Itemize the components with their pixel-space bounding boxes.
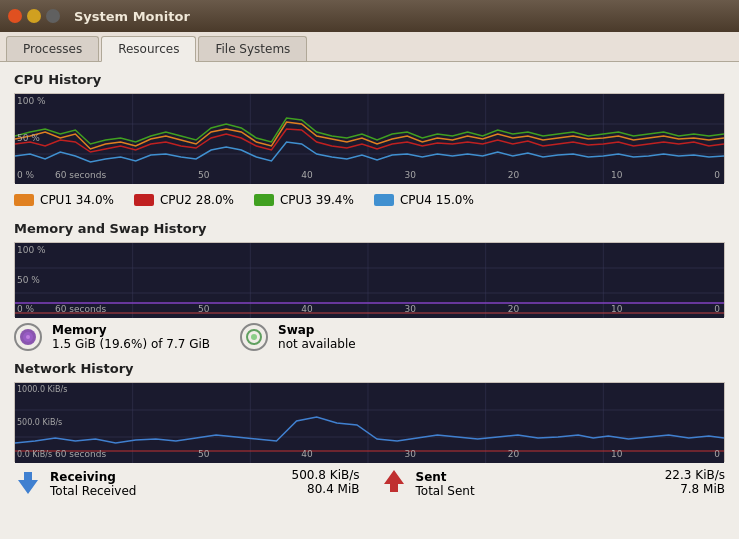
svg-marker-30 (384, 470, 404, 492)
memory-text: Memory 1.5 GiB (19.6%) of 7.7 GiB (52, 323, 210, 351)
total-sent-value: 7.8 MiB (552, 482, 725, 496)
receiving-value: 500.8 KiB/s (187, 468, 360, 482)
cpu-y-100: 100 % (17, 96, 46, 106)
swap-label: Swap (278, 323, 356, 337)
memory-section: Memory and Swap History 100 % 50 % 0 % (14, 221, 725, 351)
memory-icon (14, 323, 42, 351)
network-section: Network History 1000.0 KiB/s 500.0 KiB/s… (14, 361, 725, 500)
memory-title: Memory and Swap History (14, 221, 725, 236)
cpu-chart: 100 % 50 % 0 % 60 seconds 50 40 30 20 10… (14, 93, 725, 183)
network-chart: 1000.0 KiB/s 500.0 KiB/s 0.0 KiB/s 60 se… (14, 382, 725, 462)
cpu1-color (14, 194, 34, 206)
sent-arrow-icon (380, 468, 408, 500)
net-x-labels: 60 seconds 50 40 30 20 10 0 (55, 449, 720, 459)
swap-value: not available (278, 337, 356, 351)
mem-x-labels: 60 seconds 50 40 30 20 10 0 (55, 304, 720, 314)
total-received-value: 80.4 MiB (187, 482, 360, 496)
tab-processes[interactable]: Processes (6, 36, 99, 61)
network-info: Receiving Total Received 500.8 KiB/s 80.… (14, 468, 725, 500)
cpu2-color (134, 194, 154, 206)
swap-info: Swap not available (240, 323, 356, 351)
sent-labels: Sent Total Sent (416, 470, 475, 498)
mem-swap-info: Memory 1.5 GiB (19.6%) of 7.7 GiB Swap n… (14, 323, 725, 351)
main-content: CPU History (0, 62, 739, 537)
cpu3-label: CPU3 39.4% (280, 193, 354, 207)
swap-text: Swap not available (278, 323, 356, 351)
maximize-button[interactable] (46, 9, 60, 23)
cpu2-legend: CPU2 28.0% (134, 193, 234, 207)
cpu1-label: CPU1 34.0% (40, 193, 114, 207)
cpu4-legend: CPU4 15.0% (374, 193, 474, 207)
minimize-button[interactable] (27, 9, 41, 23)
receiving-values: 500.8 KiB/s 80.4 MiB (187, 468, 380, 496)
cpu3-color (254, 194, 274, 206)
close-button[interactable] (8, 9, 22, 23)
cpu-y-labels: 100 % 50 % 0 % (17, 94, 46, 182)
cpu-y-0: 0 % (17, 170, 46, 180)
cpu-legend: CPU1 34.0% CPU2 28.0% CPU3 39.4% CPU4 15… (14, 189, 725, 211)
cpu-title: CPU History (14, 72, 725, 87)
sent-label: Sent (416, 470, 475, 484)
sent-value: 22.3 KiB/s (552, 468, 725, 482)
memory-value: 1.5 GiB (19.6%) of 7.7 GiB (52, 337, 210, 351)
sent-values: 22.3 KiB/s 7.8 MiB (552, 468, 725, 496)
cpu-x-labels: 60 seconds 50 40 30 20 10 0 (55, 170, 720, 180)
tab-filesystems[interactable]: File Systems (198, 36, 307, 61)
receiving-col: Receiving Total Received (14, 468, 187, 500)
cpu1-legend: CPU1 34.0% (14, 193, 114, 207)
memory-info: Memory 1.5 GiB (19.6%) of 7.7 GiB (14, 323, 210, 351)
total-received-label: Total Received (50, 484, 136, 498)
receiving-arrow-icon (14, 468, 42, 500)
cpu2-label: CPU2 28.0% (160, 193, 234, 207)
cpu4-color (374, 194, 394, 206)
network-title: Network History (14, 361, 725, 376)
window-title: System Monitor (74, 9, 190, 24)
svg-marker-29 (18, 472, 38, 494)
mem-y-labels: 100 % 50 % 0 % (17, 243, 46, 316)
memory-label: Memory (52, 323, 210, 337)
cpu-section: CPU History (14, 72, 725, 211)
title-bar: System Monitor (0, 0, 739, 32)
tab-resources[interactable]: Resources (101, 36, 196, 62)
svg-point-18 (26, 335, 30, 339)
memory-chart: 100 % 50 % 0 % 60 seconds 50 40 30 20 10… (14, 242, 725, 317)
sent-col: Sent Total Sent (380, 468, 553, 500)
svg-point-20 (251, 334, 257, 340)
cpu-y-50: 50 % (17, 133, 46, 143)
window-controls[interactable] (8, 9, 60, 23)
cpu3-legend: CPU3 39.4% (254, 193, 354, 207)
total-sent-label: Total Sent (416, 484, 475, 498)
tab-bar: Processes Resources File Systems (0, 32, 739, 62)
receiving-label: Receiving (50, 470, 136, 484)
swap-icon (240, 323, 268, 351)
cpu4-label: CPU4 15.0% (400, 193, 474, 207)
receiving-labels: Receiving Total Received (50, 470, 136, 498)
